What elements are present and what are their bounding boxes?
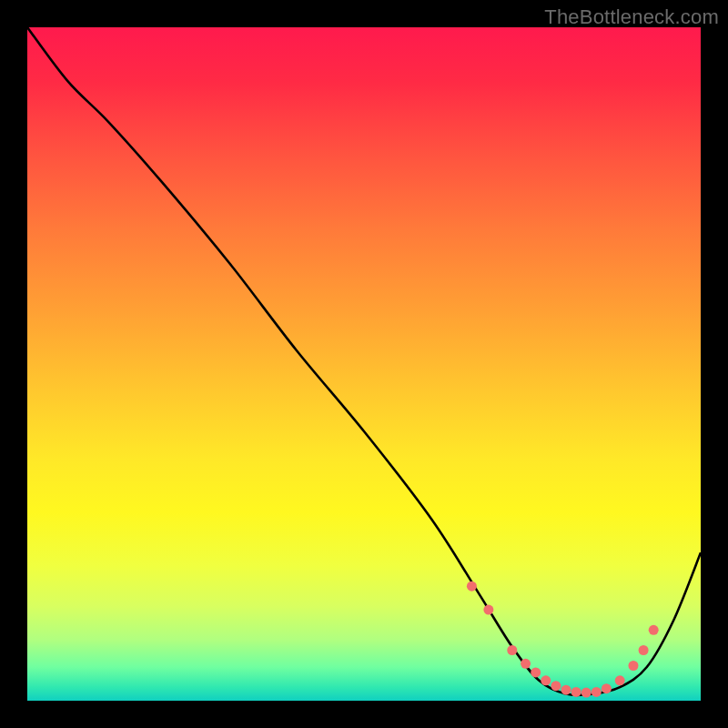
marker-group bbox=[467, 581, 659, 698]
chart-frame: TheBottleneck.com bbox=[0, 0, 728, 728]
data-point-marker bbox=[531, 667, 541, 677]
data-point-marker bbox=[483, 605, 493, 615]
data-point-marker bbox=[602, 683, 612, 693]
plot-area bbox=[27, 27, 701, 701]
data-point-marker bbox=[629, 661, 639, 671]
data-point-marker bbox=[571, 687, 581, 697]
data-point-marker bbox=[581, 688, 592, 698]
data-point-marker bbox=[541, 675, 551, 685]
data-point-marker bbox=[521, 659, 531, 669]
chart-svg bbox=[27, 27, 701, 701]
data-point-marker bbox=[561, 685, 571, 695]
data-point-marker bbox=[467, 581, 477, 592]
data-point-marker bbox=[551, 681, 561, 691]
data-point-marker bbox=[615, 675, 625, 685]
data-point-marker bbox=[507, 645, 517, 655]
bottleneck-curve bbox=[27, 27, 701, 695]
data-point-marker bbox=[592, 687, 602, 697]
data-point-marker bbox=[639, 645, 649, 655]
data-point-marker bbox=[649, 625, 659, 635]
attribution-text: TheBottleneck.com bbox=[544, 5, 719, 29]
